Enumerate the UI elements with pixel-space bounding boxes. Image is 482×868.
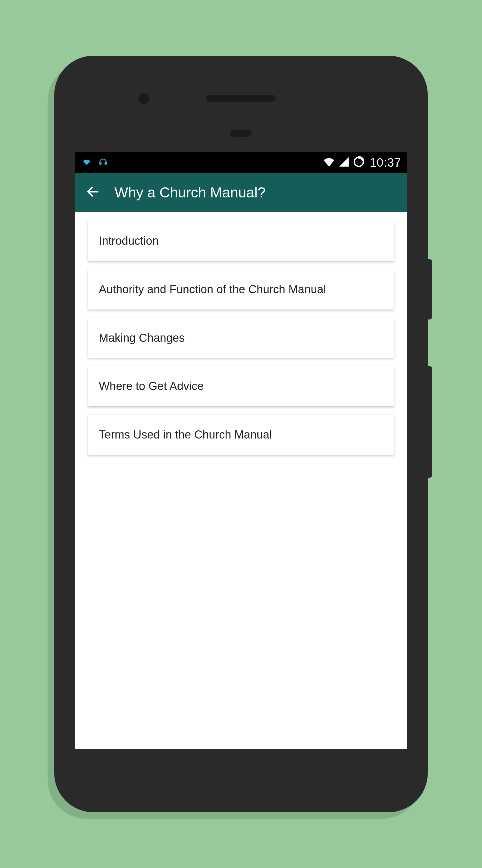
list-item[interactable]: Making Changes xyxy=(88,318,394,358)
arrow-left-icon xyxy=(86,184,100,200)
svg-rect-1 xyxy=(105,162,106,164)
phone-frame: 10:37 Why a Church Manual? Introduction … xyxy=(54,56,428,812)
phone-volume-button xyxy=(428,366,432,478)
app-bar: Why a Church Manual? xyxy=(75,173,407,212)
status-bar: 10:37 xyxy=(75,152,407,173)
list-item[interactable]: Terms Used in the Church Manual xyxy=(88,415,394,455)
page-title: Why a Church Manual? xyxy=(115,184,266,201)
list-item-label: Terms Used in the Church Manual xyxy=(99,428,272,441)
content: Introduction Authority and Function of t… xyxy=(75,212,407,472)
list-item[interactable]: Introduction xyxy=(88,221,394,261)
back-button[interactable] xyxy=(84,183,102,201)
svg-rect-0 xyxy=(100,162,101,164)
phone-camera-dot xyxy=(138,93,149,104)
wifi-icon xyxy=(82,157,92,168)
status-clock: 10:37 xyxy=(369,156,401,169)
screen: 10:37 Why a Church Manual? Introduction … xyxy=(75,152,407,749)
wifi-indicator-icon xyxy=(323,156,335,169)
list-item-label: Authority and Function of the Church Man… xyxy=(99,283,326,296)
list-item[interactable]: Where to Get Advice xyxy=(88,366,394,406)
list-item[interactable]: Authority and Function of the Church Man… xyxy=(88,270,394,310)
loading-circle-icon xyxy=(353,156,365,169)
list-item-label: Introduction xyxy=(99,235,159,247)
status-left xyxy=(82,157,108,168)
list-item-label: Where to Get Advice xyxy=(99,380,204,393)
status-right: 10:37 xyxy=(323,156,401,169)
cellular-signal-icon xyxy=(338,156,350,169)
headphones-icon xyxy=(98,157,108,168)
list-item-label: Making Changes xyxy=(99,332,185,344)
phone-power-button xyxy=(428,259,432,319)
phone-earpiece xyxy=(206,95,276,101)
phone-sensor-slot xyxy=(230,130,252,137)
